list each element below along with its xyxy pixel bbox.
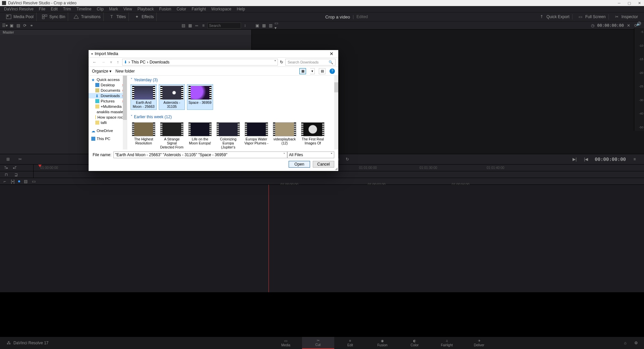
options-icon[interactable]: ▭ — [31, 179, 36, 184]
razor-icon[interactable]: ⌐ — [2, 179, 7, 184]
organize-button[interactable]: Organize ▾ — [92, 69, 111, 74]
dialog-search[interactable]: Search Downloads 🔍 — [285, 59, 336, 66]
file-item[interactable]: Space - 36959 — [187, 84, 213, 110]
nav-up-icon[interactable]: ↑ — [115, 60, 120, 64]
preview-pane-button[interactable]: ▤ — [319, 68, 326, 74]
split-icon[interactable]: ✂ — [17, 157, 23, 162]
sidebar-item-anakliis[interactable]: anakliis masaleb — [89, 109, 127, 115]
menu-fairlight[interactable]: Fairlight — [189, 6, 209, 12]
view-dropdown-button[interactable]: ▾ — [310, 68, 315, 74]
file-group-earlier[interactable]: ˅Earlier this week (12) — [129, 114, 337, 120]
sidebar-scrollbar[interactable] — [123, 76, 127, 149]
home-icon[interactable]: ⌂ — [623, 340, 628, 346]
refresh-icon[interactable]: ↻ — [280, 60, 283, 64]
sidebar-thispc[interactable]: This PC — [89, 136, 127, 141]
file-item[interactable]: Europa Water Vapor Plumes - — [243, 121, 269, 149]
file-item[interactable]: The First Real Images Of — [300, 121, 326, 149]
transport-menu-icon[interactable]: ≡ — [632, 157, 637, 162]
close-button[interactable]: ✕ — [637, 0, 642, 6]
link-icon[interactable]: ⚭ — [29, 23, 34, 28]
menu-fusion[interactable]: Fusion — [156, 6, 174, 12]
view-thumbnails-button[interactable]: ▦ — [299, 68, 306, 74]
transitions-icon[interactable] — [73, 14, 79, 19]
tab-cut[interactable]: ✂Cut — [302, 337, 334, 349]
file-item[interactable]: Earth And Moon - 25663 — [131, 84, 157, 110]
scope-icon[interactable]: ◷ — [590, 23, 595, 28]
jump-in-icon[interactable]: ▶| — [572, 157, 577, 162]
inspector-icon[interactable]: ✂ — [614, 14, 620, 19]
crumb-downloads[interactable]: Downloads — [150, 60, 169, 64]
timeline-zoom-full-icon[interactable]: T▸ — [3, 165, 9, 171]
file-item[interactable]: The Highest Resolution — [131, 121, 157, 149]
effects-icon[interactable]: ✦ — [134, 14, 140, 19]
help-button[interactable]: ? — [330, 69, 335, 74]
tab-color[interactable]: ◐Color — [399, 337, 431, 349]
menu-workspace[interactable]: Workspace — [209, 6, 234, 12]
quick-export-icon[interactable]: ⤒ — [539, 14, 544, 19]
sync-bin-label[interactable]: Sync Bin — [49, 14, 65, 19]
tab-fusion[interactable]: ◉Fusion — [366, 337, 399, 349]
address-dropdown-icon[interactable]: ˅ — [274, 60, 276, 64]
sidebar-item-documents[interactable]: Documents📌 — [89, 88, 127, 93]
metadata-view-icon[interactable]: ▤ — [181, 23, 186, 28]
menu-timeline[interactable]: Timeline — [73, 6, 94, 12]
menu-mark[interactable]: Mark — [106, 6, 121, 12]
media-pool-label[interactable]: Media Pool — [13, 14, 34, 19]
titles-label[interactable]: Titles — [116, 14, 126, 19]
viewer-mode1-icon[interactable]: ▦ — [261, 23, 266, 28]
list-view-icon[interactable]: ≡ — [201, 23, 206, 28]
snap-icon[interactable]: ⊓ — [3, 172, 9, 177]
timeline-zoom-detail-icon[interactable]: ◂T — [12, 165, 17, 171]
bin-header[interactable]: Master — [0, 30, 251, 35]
maximize-button[interactable]: ▢ — [627, 0, 632, 6]
link-selection-icon[interactable]: ⊒ — [13, 172, 19, 177]
sidebar-item-pictures[interactable]: Pictures📌 — [89, 98, 127, 104]
tab-edit[interactable]: ≡Edit — [334, 337, 366, 349]
tab-media[interactable]: ▭Media — [270, 337, 302, 349]
full-screen-icon[interactable]: ▭ — [578, 14, 583, 19]
transitions-label[interactable]: Transitions — [81, 14, 100, 19]
playhead-line[interactable] — [268, 185, 269, 292]
titles-icon[interactable]: T — [109, 14, 114, 19]
resize-grip[interactable]: ◢ — [335, 167, 338, 170]
strip-view-icon[interactable]: ═ — [194, 23, 199, 28]
timeline-tracks[interactable] — [0, 185, 644, 292]
sort-icon[interactable]: ↕ — [242, 23, 248, 28]
inspector-label[interactable]: Inspector — [622, 14, 638, 19]
tab-fairlight[interactable]: ♫Fairlight — [431, 337, 463, 349]
menu-clip[interactable]: Clip — [94, 6, 106, 12]
sidebar-item-desktop[interactable]: Desktop📌 — [89, 82, 127, 88]
sidebar-item-tafli[interactable]: tafli — [89, 120, 127, 125]
menu-edit[interactable]: Edit — [48, 6, 60, 12]
open-button[interactable]: Open — [289, 161, 310, 168]
search-input[interactable] — [207, 23, 241, 29]
speaker-icon[interactable]: 🔊 — [636, 21, 641, 26]
media-pool-icon[interactable] — [6, 14, 11, 19]
file-item[interactable]: videoplayback (12) — [271, 121, 298, 149]
flag-blue[interactable] — [18, 180, 20, 182]
nav-back-icon[interactable]: ← — [91, 60, 98, 64]
nav-forward-icon[interactable]: → — [100, 60, 107, 64]
menu-view[interactable]: View — [121, 6, 135, 12]
menu-file[interactable]: File — [36, 6, 48, 12]
tab-deliver[interactable]: ✈Deliver — [463, 337, 495, 349]
file-list-scrollbar[interactable] — [334, 76, 338, 149]
address-bar[interactable]: ⬇ › This PC › Downloads ˅ — [122, 59, 278, 66]
import-media-icon[interactable]: ▣ — [9, 23, 14, 28]
menu-trim[interactable]: Trim — [60, 6, 74, 12]
full-screen-label[interactable]: Full Screen — [585, 14, 606, 19]
sidebar-quick-access[interactable]: ★ Quick access — [89, 77, 127, 82]
file-group-yesterday[interactable]: ˅Yesterday (3) — [129, 77, 337, 83]
dialog-close-button[interactable]: ✕ — [328, 51, 336, 56]
sync-bin-icon[interactable] — [42, 14, 47, 19]
file-item[interactable]: Colonizing Europa (Jupiter's — [215, 121, 241, 149]
jump-out-icon[interactable]: |◀ — [583, 157, 589, 162]
file-item[interactable]: Asteroids - 31105 — [159, 84, 185, 110]
nav-recent-icon[interactable]: ▾ — [109, 60, 113, 64]
crumb-thispc[interactable]: This PC — [131, 60, 146, 64]
sidebar-item-howspace[interactable]: How space rock — [89, 115, 127, 120]
file-item[interactable]: Life on the Moon Europa! — [187, 121, 213, 149]
file-item[interactable]: A Strange Signal Detected From — [159, 121, 185, 149]
marker-icon[interactable]: [▪] — [10, 179, 15, 184]
menu-davinci[interactable]: DaVinci Resolve — [1, 6, 36, 12]
